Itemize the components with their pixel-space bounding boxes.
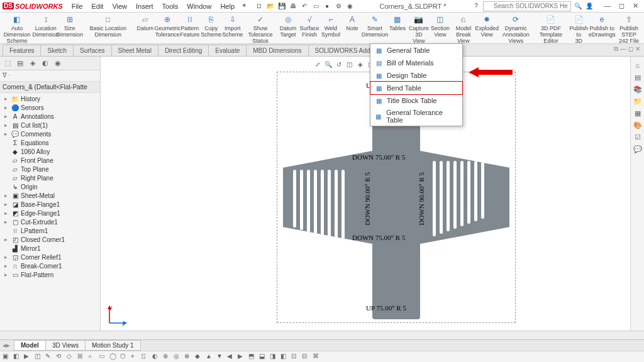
ribbon-dynamic-annotation-views-button[interactable]: ⟳Dynamic Annotation Views [497, 14, 534, 44]
feature-tree-tab-icon[interactable]: ⬚ [3, 58, 13, 69]
tab-features[interactable]: Features [3, 45, 41, 56]
bt-icon-1[interactable]: ▣ [3, 353, 11, 361]
tree-item-edge-flange1[interactable]: ▸◩Edge-Flange1 [0, 209, 100, 217]
bt-icon-17[interactable]: ◎ [174, 353, 182, 361]
bt-icon-18[interactable]: ⊗ [184, 353, 193, 361]
bt-icon-10[interactable]: ▭ [99, 353, 108, 361]
tree-item-sheet-metal[interactable]: ▸▣Sheet-Metal [0, 191, 100, 200]
appearances-tab-icon[interactable]: 🎨 [633, 120, 643, 130]
tab-mbd-dimensions[interactable]: MBD Dimensions [246, 45, 308, 56]
tree-item-cut-extrude1[interactable]: ▸▢Cut-Extrude1 [0, 217, 100, 226]
ribbon-model-break-view-button[interactable]: ⎌Model Break View [451, 14, 476, 44]
bt-icon-3[interactable]: ▶ [24, 353, 33, 361]
menu-view[interactable]: View [108, 1, 131, 11]
bt-icon-9[interactable]: ⟐ [88, 353, 97, 361]
view-palette-tab-icon[interactable]: ▦ [633, 108, 643, 118]
prev-view-icon[interactable]: ↺ [335, 60, 343, 69]
search-icon[interactable]: 🔍 [574, 2, 582, 11]
bt-icon-6[interactable]: ⟲ [56, 353, 65, 361]
doc-maximize-icon[interactable]: ◻ [628, 45, 633, 53]
expand-icon[interactable]: ▸ [3, 236, 9, 243]
tab-surfaces[interactable]: Surfaces [73, 45, 111, 56]
ribbon-show-tolerance-status-button[interactable]: ✓Show Tolerance Status [243, 14, 277, 44]
bt-icon-29[interactable]: ⊟ [302, 353, 311, 361]
bt-icon-25[interactable]: ⬓ [259, 353, 268, 361]
orientation-triad[interactable]: y z [103, 303, 128, 328]
custom-props-tab-icon[interactable]: ☑ [633, 132, 643, 142]
ribbon-tables-button[interactable]: ▦Tables [387, 14, 408, 32]
ribbon-auto-dimension-scheme-button[interactable]: ◧Auto Dimension Scheme [0, 14, 34, 44]
display-tab-icon[interactable]: ◐ [40, 58, 50, 69]
options-icon[interactable]: ⚙ [334, 2, 343, 11]
menu-insert[interactable]: Insert [132, 1, 157, 11]
zoom-fit-icon[interactable]: ⤢ [313, 60, 322, 69]
ribbon-section-view-button[interactable]: ◫Section View [430, 14, 451, 38]
ribbon-geometric-tolerance-button[interactable]: ⊕Geometric Tolerance [156, 14, 179, 38]
tree-root-label[interactable]: Corners_& (Default<Flat-Patte [0, 82, 100, 93]
bt-icon-22[interactable]: ◀ [227, 353, 236, 361]
menu-file[interactable]: File [68, 1, 87, 11]
ribbon-datum-button[interactable]: ▱Datum [135, 14, 156, 32]
maximize-icon[interactable]: ◻ [615, 2, 628, 10]
doc-close-icon[interactable]: ✕ [635, 45, 640, 53]
ribbon-publish-to-3d-pdf-button[interactable]: 📄Publish to 3D PDF [567, 14, 590, 44]
ribbon-note-button[interactable]: ANote [341, 14, 363, 32]
menu-edit[interactable]: Edit [87, 1, 107, 11]
ribbon-import-scheme-button[interactable]: ⇩Import Scheme [222, 14, 243, 38]
bt-icon-11[interactable]: ◯ [109, 353, 118, 361]
tab-direct-editing[interactable]: Direct Editing [158, 45, 209, 56]
select-icon[interactable]: ▭ [311, 2, 320, 11]
new-icon[interactable]: 🗋 [255, 2, 264, 11]
config-tab-icon[interactable]: ◈ [28, 58, 38, 69]
section-view-icon[interactable]: ◫ [345, 60, 354, 69]
dropdown-general-table[interactable]: ▦General Table [370, 44, 462, 57]
tree-item-sensors[interactable]: ▸🔵Sensors [0, 103, 100, 112]
print-icon[interactable]: 🖶 [289, 2, 297, 11]
design-lib-tab-icon[interactable]: 📚 [633, 84, 643, 94]
forum-tab-icon[interactable]: 💬 [633, 144, 643, 154]
ribbon-datum-target-button[interactable]: ◎Datum Target [277, 14, 299, 38]
tree-item-top-plane[interactable]: ▱Top Plane [0, 165, 100, 173]
tab-sketch[interactable]: Sketch [40, 45, 74, 56]
ribbon-location-dimension-button[interactable]: ⟟Location Dimension [34, 14, 58, 38]
expand-icon[interactable]: ▸ [3, 113, 9, 119]
graphics-viewport[interactable]: ⤢ 🔍 ↺ ◫ ◈ ▢ 👁 🎨 ◉ ⚙ [101, 57, 630, 331]
bt-icon-24[interactable]: ⬒ [248, 353, 257, 361]
view-orient-icon[interactable]: ◈ [356, 60, 365, 69]
ribbon-publish-to-edrawings-button[interactable]: ePublish to eDrawings [590, 14, 614, 38]
expand-icon[interactable]: ▸ [3, 96, 9, 102]
doc-minimize-icon[interactable]: — [620, 45, 626, 53]
tree-item-right-plane[interactable]: ▱Right Plane [0, 173, 100, 182]
tree-item-break-corner1[interactable]: ▸⎍Break-Corner1 [0, 261, 100, 270]
tree-item-front-plane[interactable]: ▱Front Plane [0, 156, 100, 165]
ribbon-weld-symbol-button[interactable]: ⌐Weld Symbol [320, 14, 341, 38]
menu-window[interactable]: Window [183, 1, 215, 11]
menu-help[interactable]: Help [216, 1, 238, 11]
tree-item-base-flange1[interactable]: ▸◪Base-Flange1 [0, 200, 100, 209]
dropdown-title-block-table[interactable]: ▦Title Block Table [370, 94, 462, 107]
dropdown-design-table[interactable]: ▦Design Table [370, 69, 462, 82]
undo-icon[interactable]: ↶ [300, 2, 309, 11]
ribbon-publish-step-242-file-button[interactable]: ⇪Publish STEP 242 File [614, 14, 644, 44]
doc-restore-icon[interactable]: ⧉ [614, 45, 618, 53]
expand-icon[interactable]: ▸ [3, 210, 9, 216]
tree-item-annotations[interactable]: ▸AAnnotations [0, 112, 100, 121]
ribbon-copy-scheme-button[interactable]: ⎘Copy Scheme [201, 14, 222, 38]
bt-icon-23[interactable]: ▶ [238, 353, 247, 361]
dropdown-general-tolerance-table[interactable]: ▦General Tolerance Table [370, 107, 462, 126]
login-icon[interactable]: 👤 [585, 2, 594, 11]
property-tab-icon[interactable]: ▤ [15, 58, 25, 69]
bt-icon-20[interactable]: ▲ [206, 353, 214, 361]
bt-icon-19[interactable]: ◆ [195, 353, 204, 361]
tree-item-origin[interactable]: ↳Origin [0, 182, 100, 191]
ribbon-surface-finish-button[interactable]: √Surface Finish [299, 14, 320, 38]
bt-icon-13[interactable]: ⌖ [131, 353, 140, 361]
bt-icon-15[interactable]: ◐ [152, 353, 161, 361]
minimize-icon[interactable]: — [601, 2, 614, 10]
rebuild-icon[interactable]: ● [323, 2, 331, 11]
resources-tab-icon[interactable]: ▤ [633, 72, 643, 82]
ribbon-smart-dimension-button[interactable]: ✎Smart Dimension [363, 14, 387, 38]
close-icon[interactable]: ✕ [629, 2, 641, 10]
bt-icon-5[interactable]: ✎ [45, 353, 54, 361]
bt-icon-7[interactable]: ◇ [67, 353, 75, 361]
